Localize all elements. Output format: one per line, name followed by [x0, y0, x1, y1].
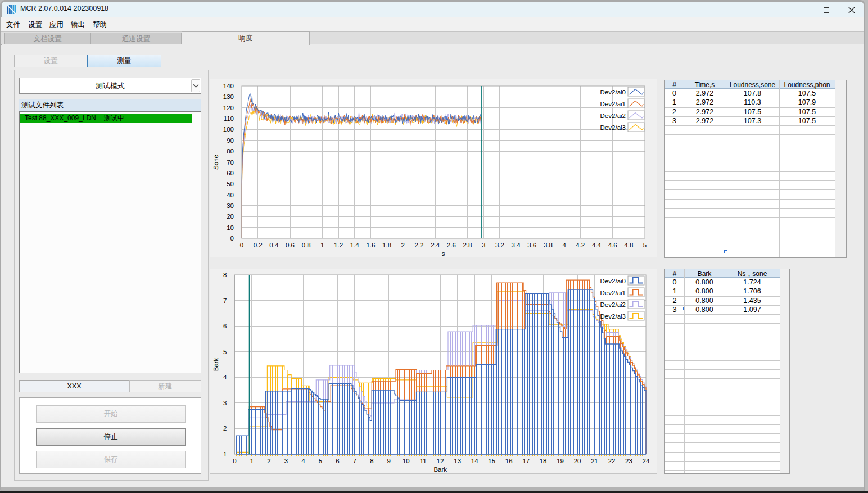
svg-text:6: 6: [223, 323, 227, 329]
svg-text:120: 120: [223, 105, 234, 111]
svg-text:18: 18: [540, 458, 547, 464]
svg-text:0: 0: [230, 235, 234, 242]
svg-text:0: 0: [240, 242, 243, 248]
svg-text:3.4: 3.4: [512, 242, 521, 248]
svg-text:2.2: 2.2: [414, 242, 423, 248]
svg-text:5: 5: [223, 349, 227, 355]
svg-text:140: 140: [223, 83, 234, 89]
svg-text:23: 23: [625, 458, 632, 464]
svg-text:1.8: 1.8: [382, 242, 391, 248]
svg-text:0.8: 0.8: [302, 242, 311, 248]
svg-text:7: 7: [353, 458, 356, 464]
svg-text:3.6: 3.6: [527, 242, 536, 248]
svg-text:5: 5: [319, 458, 322, 464]
svg-text:7: 7: [223, 297, 227, 304]
svg-text:80: 80: [227, 148, 234, 155]
svg-text:30: 30: [227, 202, 234, 209]
svg-text:10: 10: [403, 458, 410, 464]
svg-text:20: 20: [227, 213, 234, 220]
svg-text:Dev2/ai0: Dev2/ai0: [600, 89, 626, 96]
svg-text:40: 40: [227, 192, 234, 198]
svg-text:Dev2/ai3: Dev2/ai3: [600, 313, 626, 320]
svg-text:1: 1: [320, 242, 324, 248]
svg-text:60: 60: [227, 170, 234, 177]
svg-text:70: 70: [227, 159, 234, 166]
svg-text:13: 13: [454, 458, 461, 464]
svg-text:1: 1: [223, 451, 227, 458]
svg-text:4: 4: [562, 242, 566, 248]
svg-text:17: 17: [522, 458, 530, 464]
svg-text:4.4: 4.4: [592, 242, 602, 248]
svg-text:Dev2/ai0: Dev2/ai0: [600, 278, 626, 284]
svg-text:10: 10: [227, 224, 234, 231]
svg-text:Dev2/ai2: Dev2/ai2: [600, 112, 626, 119]
svg-text:20: 20: [574, 458, 581, 464]
svg-text:4: 4: [223, 374, 227, 381]
svg-text:Dev2/ai1: Dev2/ai1: [600, 101, 626, 107]
svg-text:8: 8: [370, 458, 373, 464]
svg-text:2.4: 2.4: [431, 242, 440, 248]
svg-text:2: 2: [401, 242, 405, 248]
svg-text:24: 24: [643, 458, 650, 464]
svg-text:6: 6: [336, 458, 339, 464]
svg-text:2: 2: [223, 425, 227, 432]
svg-text:50: 50: [227, 180, 234, 187]
svg-text:s: s: [442, 250, 445, 257]
svg-text:1: 1: [250, 458, 254, 464]
svg-text:0.6: 0.6: [286, 242, 295, 248]
svg-text:2.6: 2.6: [447, 242, 456, 248]
svg-text:4.6: 4.6: [608, 242, 617, 248]
svg-text:9: 9: [387, 458, 391, 464]
svg-text:0.4: 0.4: [269, 242, 279, 248]
svg-text:3: 3: [284, 458, 288, 464]
svg-text:16: 16: [505, 458, 513, 464]
svg-text:4.2: 4.2: [576, 242, 585, 248]
svg-text:2: 2: [267, 458, 270, 464]
svg-text:90: 90: [227, 137, 234, 144]
svg-text:12: 12: [437, 458, 444, 464]
svg-text:130: 130: [223, 93, 234, 100]
svg-text:3.2: 3.2: [495, 242, 504, 248]
svg-text:Bark: Bark: [213, 358, 219, 371]
svg-text:1.4: 1.4: [350, 242, 360, 248]
svg-text:Dev2/ai2: Dev2/ai2: [600, 301, 626, 308]
svg-text:0.2: 0.2: [254, 242, 263, 248]
svg-text:Bark: Bark: [433, 466, 447, 473]
svg-text:1.2: 1.2: [334, 242, 343, 248]
svg-text:21: 21: [591, 458, 598, 464]
svg-text:19: 19: [557, 458, 564, 464]
svg-text:0: 0: [233, 458, 236, 464]
svg-text:100: 100: [223, 126, 234, 133]
svg-text:5: 5: [643, 242, 647, 248]
svg-text:3.8: 3.8: [544, 242, 553, 248]
svg-text:1.6: 1.6: [366, 242, 375, 248]
svg-text:Sone: Sone: [213, 155, 219, 170]
svg-text:8: 8: [223, 272, 227, 278]
svg-text:3: 3: [223, 400, 227, 406]
svg-text:3: 3: [482, 242, 485, 248]
svg-text:15: 15: [488, 458, 495, 464]
svg-text:Dev2/ai3: Dev2/ai3: [600, 124, 626, 131]
svg-text:4.8: 4.8: [624, 242, 633, 248]
svg-text:110: 110: [224, 115, 234, 122]
svg-text:14: 14: [471, 458, 478, 464]
svg-text:11: 11: [420, 458, 427, 464]
svg-text:2.8: 2.8: [463, 242, 472, 248]
svg-text:22: 22: [608, 458, 616, 464]
svg-text:Dev2/ai1: Dev2/ai1: [600, 290, 626, 296]
svg-text:4: 4: [301, 458, 305, 464]
